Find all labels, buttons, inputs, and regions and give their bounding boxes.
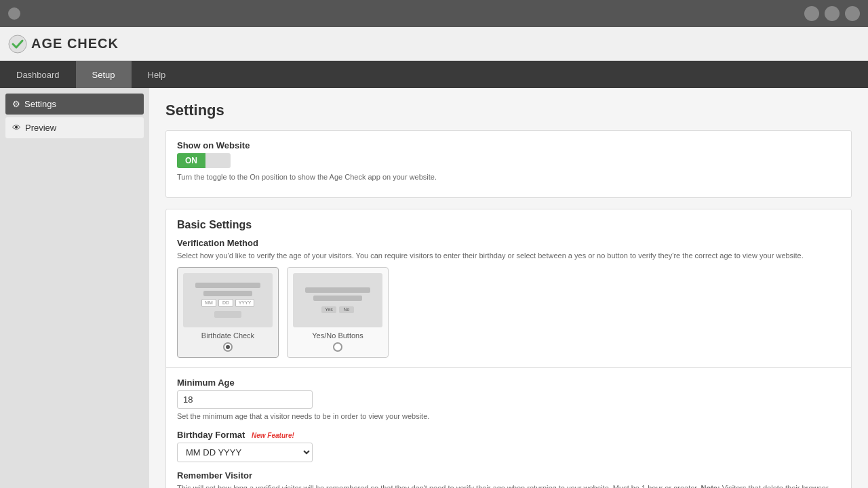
- verification-options: MM DD YYYY Birthdate Check: [177, 267, 840, 358]
- yesno-card[interactable]: Yes No Yes/No Buttons: [287, 267, 389, 358]
- remember-visitor-field: Remember Visitor This will set how long …: [177, 470, 840, 488]
- remember-visitor-note-bold: Note:: [701, 484, 720, 488]
- birthday-format-field: Birthday Format New Feature! MM DD YYYY …: [177, 430, 840, 462]
- checkmark-icon: [8, 35, 27, 54]
- logo-bar: AGE CHECK: [0, 27, 868, 61]
- separator-1: [166, 367, 851, 368]
- birthdate-mockup: MM DD YYYY: [183, 273, 273, 327]
- top-bar-right: [804, 6, 860, 21]
- mock-submit: [214, 311, 241, 318]
- main-layout: ⚙ Settings 👁 Preview Settings Show on We…: [0, 88, 868, 488]
- top-bar-circle-right-2: [825, 6, 840, 21]
- preview-icon: 👁: [12, 123, 21, 133]
- nav-setup[interactable]: Setup: [76, 61, 132, 88]
- top-bar-circle-right-1: [804, 6, 819, 21]
- mock-bar-1: [195, 283, 260, 288]
- page-title: Settings: [165, 102, 852, 119]
- yesno-radio[interactable]: [333, 342, 342, 352]
- nav-bar: Dashboard Setup Help: [0, 61, 868, 88]
- basic-settings-title: Basic Settings: [177, 219, 840, 231]
- mock-yes-no-buttons: Yes No: [321, 306, 354, 313]
- settings-icon: ⚙: [12, 99, 20, 109]
- show-on-website-desc: Turn the toggle to the On position to sh…: [177, 172, 840, 182]
- birthdate-card-label: Birthdate Check: [183, 331, 273, 340]
- sidebar-preview-label: Preview: [25, 123, 56, 133]
- mock-mm: MM: [201, 299, 216, 307]
- mock-bar-yn-1: [305, 287, 370, 293]
- yesno-mockup: Yes No: [293, 273, 382, 327]
- birthday-format-select[interactable]: MM DD YYYY DD MM YYYY YYYY MM DD: [177, 443, 313, 462]
- verification-method-label: Verification Method: [177, 238, 840, 248]
- nav-help[interactable]: Help: [132, 61, 182, 88]
- birthdate-radio[interactable]: [223, 342, 233, 352]
- top-bar-left: [8, 7, 20, 20]
- mock-bar-2: [203, 291, 252, 296]
- toggle-on-button[interactable]: ON: [177, 153, 205, 168]
- sidebar-item-settings[interactable]: ⚙ Settings: [5, 94, 144, 115]
- minimum-age-field: Minimum Age Set the minimum age that a v…: [177, 378, 840, 422]
- svg-point-0: [9, 35, 26, 53]
- minimum-age-label: Minimum Age: [177, 378, 840, 388]
- minimum-age-input[interactable]: [177, 390, 313, 409]
- remember-visitor-label: Remember Visitor: [177, 470, 840, 481]
- nav-dashboard[interactable]: Dashboard: [0, 61, 76, 88]
- mock-yyyy: YYYY: [235, 299, 254, 307]
- remember-visitor-desc: This will set how long a verified visito…: [177, 483, 840, 488]
- mock-no: No: [339, 306, 354, 313]
- app-logo-text: AGE CHECK: [31, 36, 119, 52]
- content-area: Settings Show on Website ON Turn the tog…: [149, 88, 868, 488]
- birthday-format-label: Birthday Format New Feature!: [177, 430, 840, 440]
- toggle-wrap: ON: [177, 153, 840, 168]
- sidebar: ⚙ Settings 👁 Preview: [0, 88, 149, 488]
- show-on-website-section: Show on Website ON Turn the toggle to th…: [165, 130, 852, 198]
- show-on-website-label: Show on Website: [177, 140, 840, 150]
- top-bar: [0, 0, 868, 27]
- yesno-card-label: Yes/No Buttons: [293, 331, 382, 340]
- verification-method-desc: Select how you'd like to verify the age …: [177, 251, 840, 261]
- sidebar-settings-label: Settings: [24, 99, 56, 109]
- toggle-off-button[interactable]: [205, 153, 231, 168]
- mock-dd: DD: [218, 299, 233, 307]
- top-bar-circle-left: [8, 7, 20, 20]
- verification-method-field: Verification Method Select how you'd lik…: [177, 238, 840, 357]
- top-bar-circle-right-3: [845, 6, 860, 21]
- birthdate-check-card[interactable]: MM DD YYYY Birthdate Check: [177, 267, 279, 358]
- minimum-age-desc: Set the minimum age that a visitor needs…: [177, 411, 840, 422]
- mock-bar-yn-2: [313, 296, 362, 301]
- mock-yes: Yes: [321, 306, 336, 313]
- basic-settings-section: Basic Settings Verification Method Selec…: [165, 209, 852, 488]
- new-feature-badge: New Feature!: [252, 432, 294, 439]
- mock-input-row: MM DD YYYY: [201, 299, 254, 307]
- sidebar-item-preview[interactable]: 👁 Preview: [5, 117, 144, 138]
